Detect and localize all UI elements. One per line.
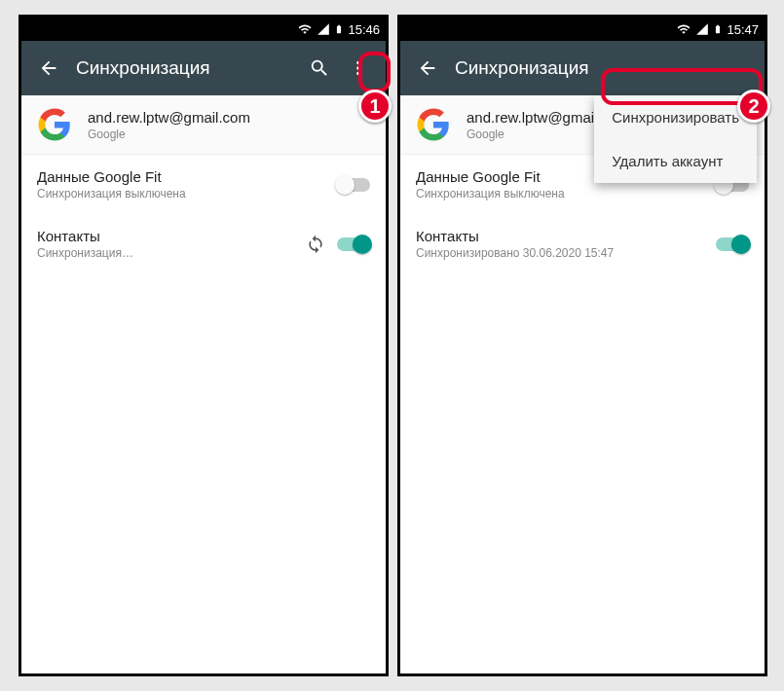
overflow-menu: Синхронизировать Удалить аккаунт xyxy=(594,95,757,183)
phone-left: 15:46 Синхронизация and.rew.lptw@gmail.c… xyxy=(19,15,389,676)
menu-delete-account[interactable]: Удалить аккаунт xyxy=(594,139,757,183)
appbar-title: Синхронизация xyxy=(455,57,757,79)
phone-right: 15:47 Синхронизация Синхронизировать Уда… xyxy=(397,15,767,676)
app-bar: Синхронизация xyxy=(21,41,386,95)
toggle-switch[interactable] xyxy=(716,237,749,251)
wifi-icon xyxy=(676,22,691,36)
annotation-badge-2: 2 xyxy=(737,90,770,123)
google-logo-icon xyxy=(37,107,72,142)
status-bar: 15:47 xyxy=(400,18,765,41)
account-provider: Google xyxy=(88,127,250,141)
app-bar: Синхронизация Синхронизировать Удалить а… xyxy=(400,41,765,95)
item-subtitle: Синхронизация выключена xyxy=(416,187,716,200)
overflow-menu-button[interactable] xyxy=(339,49,378,88)
sync-item-fit[interactable]: Данные Google Fit Синхронизация выключен… xyxy=(21,155,386,214)
status-bar: 15:46 xyxy=(21,18,386,41)
account-email: and.rew.lptw@gmail.com xyxy=(88,109,250,126)
wifi-icon xyxy=(297,22,313,36)
status-time: 15:47 xyxy=(727,22,759,37)
back-button[interactable] xyxy=(408,49,447,88)
item-subtitle: Синхронизация выключена xyxy=(37,187,337,200)
arrow-back-icon xyxy=(38,57,59,79)
arrow-back-icon xyxy=(417,57,438,79)
signal-icon xyxy=(695,22,709,36)
item-subtitle: Синхронизировано 30.06.2020 15:47 xyxy=(416,246,716,260)
account-texts: and.rew.lptw@gmail.com Google xyxy=(88,109,250,141)
item-title: Контакты xyxy=(37,228,306,244)
account-row[interactable]: and.rew.lptw@gmail.com Google xyxy=(21,95,386,155)
signal-icon xyxy=(317,22,330,36)
google-logo-icon xyxy=(416,107,451,142)
sync-item-contacts[interactable]: Контакты Синхронизация… xyxy=(21,214,386,273)
more-vert-icon xyxy=(348,57,369,79)
toggle-switch[interactable] xyxy=(337,178,370,192)
search-button[interactable] xyxy=(300,49,339,88)
item-subtitle: Синхронизация… xyxy=(37,246,306,260)
battery-icon xyxy=(334,21,344,37)
back-button[interactable] xyxy=(29,49,68,88)
toggle-switch[interactable] xyxy=(337,237,370,251)
sync-item-contacts[interactable]: Контакты Синхронизировано 30.06.2020 15:… xyxy=(400,214,765,273)
annotation-badge-1: 1 xyxy=(358,90,392,123)
sync-icon xyxy=(306,235,325,254)
status-time: 15:46 xyxy=(348,22,380,37)
item-title: Данные Google Fit xyxy=(37,168,337,185)
search-icon xyxy=(309,57,330,79)
menu-sync-now[interactable]: Синхронизировать xyxy=(594,95,757,139)
appbar-title: Синхронизация xyxy=(76,57,300,79)
item-title: Контакты xyxy=(416,228,716,244)
battery-icon xyxy=(713,21,723,37)
